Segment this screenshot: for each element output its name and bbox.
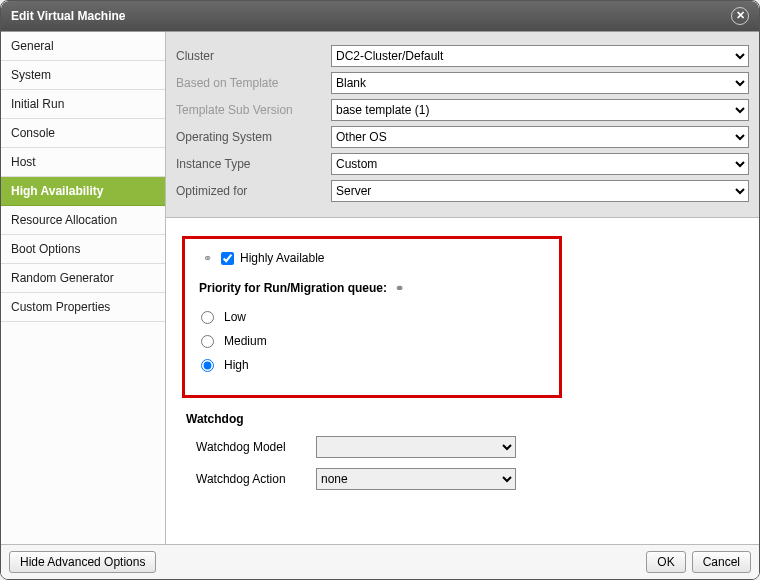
- chain-icon: ⚭: [199, 253, 215, 263]
- optimized-label: Optimized for: [176, 184, 331, 198]
- sidebar-item-label: Random Generator: [11, 271, 114, 285]
- cancel-button[interactable]: Cancel: [692, 551, 751, 573]
- subversion-select[interactable]: base template (1): [331, 99, 749, 121]
- sidebar-item-resource-allocation[interactable]: Resource Allocation: [1, 206, 165, 235]
- sidebar-item-system[interactable]: System: [1, 61, 165, 90]
- priority-title: Priority for Run/Migration queue: ⚭: [199, 281, 545, 295]
- dialog-footer: Hide Advanced Options OK Cancel: [1, 544, 759, 579]
- priority-medium-radio[interactable]: [201, 335, 214, 348]
- priority-high-radio[interactable]: [201, 359, 214, 372]
- sidebar-item-random-generator[interactable]: Random Generator: [1, 264, 165, 293]
- sidebar-item-label: Custom Properties: [11, 300, 110, 314]
- titlebar: Edit Virtual Machine ✕: [1, 1, 759, 31]
- template-select[interactable]: Blank: [331, 72, 749, 94]
- highly-available-label: Highly Available: [240, 251, 325, 265]
- sidebar-item-host[interactable]: Host: [1, 148, 165, 177]
- vm-summary-form: Cluster DC2-Cluster/Default Based on Tem…: [166, 32, 759, 218]
- template-label: Based on Template: [176, 76, 331, 90]
- highly-available-checkbox[interactable]: [221, 252, 234, 265]
- cluster-label: Cluster: [176, 49, 331, 63]
- watchdog-action-select[interactable]: none: [316, 468, 516, 490]
- priority-high-label: High: [224, 358, 249, 372]
- sidebar: General System Initial Run Console Host …: [1, 32, 166, 544]
- sidebar-item-label: System: [11, 68, 51, 82]
- priority-medium-label: Medium: [224, 334, 267, 348]
- sidebar-item-initial-run[interactable]: Initial Run: [1, 90, 165, 119]
- close-icon[interactable]: ✕: [731, 7, 749, 25]
- watchdog-title: Watchdog: [182, 412, 743, 426]
- sidebar-item-label: Initial Run: [11, 97, 64, 111]
- sidebar-item-label: High Availability: [11, 184, 103, 198]
- sidebar-item-label: Console: [11, 126, 55, 140]
- sidebar-item-console[interactable]: Console: [1, 119, 165, 148]
- priority-low-label: Low: [224, 310, 246, 324]
- sidebar-item-label: Resource Allocation: [11, 213, 117, 227]
- watchdog-action-label: Watchdog Action: [196, 472, 316, 486]
- ok-button[interactable]: OK: [646, 551, 685, 573]
- subversion-label: Template Sub Version: [176, 103, 331, 117]
- sidebar-item-label: Host: [11, 155, 36, 169]
- cluster-select[interactable]: DC2-Cluster/Default: [331, 45, 749, 67]
- sidebar-item-general[interactable]: General: [1, 32, 165, 61]
- hide-advanced-button[interactable]: Hide Advanced Options: [9, 551, 156, 573]
- priority-low-radio[interactable]: [201, 311, 214, 324]
- dialog-title: Edit Virtual Machine: [11, 9, 125, 23]
- sidebar-item-high-availability[interactable]: High Availability: [1, 177, 165, 206]
- watchdog-model-label: Watchdog Model: [196, 440, 316, 454]
- sidebar-item-custom-properties[interactable]: Custom Properties: [1, 293, 165, 322]
- optimized-select[interactable]: Server: [331, 180, 749, 202]
- edit-vm-dialog: Edit Virtual Machine ✕ General System In…: [0, 0, 760, 580]
- sidebar-item-boot-options[interactable]: Boot Options: [1, 235, 165, 264]
- instance-select[interactable]: Custom: [331, 153, 749, 175]
- watchdog-model-select[interactable]: [316, 436, 516, 458]
- os-select[interactable]: Other OS: [331, 126, 749, 148]
- os-label: Operating System: [176, 130, 331, 144]
- sidebar-item-label: General: [11, 39, 54, 53]
- ha-highlight-box: ⚭ Highly Available Priority for Run/Migr…: [182, 236, 562, 398]
- chain-icon: ⚭: [391, 283, 407, 293]
- sidebar-item-label: Boot Options: [11, 242, 80, 256]
- instance-label: Instance Type: [176, 157, 331, 171]
